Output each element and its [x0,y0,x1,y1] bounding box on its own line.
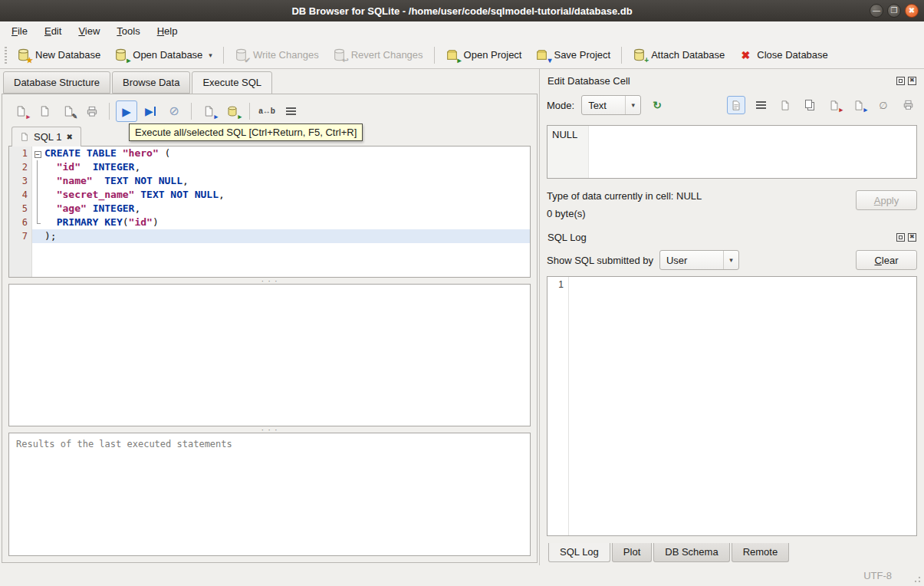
editor-line[interactable]: 4 "secret_name" TEXT NOT NULL, [9,188,530,202]
export-results-icon[interactable]: ▸ [198,100,219,122]
new-database-icon: ★ [17,48,31,62]
sql-log-header: SQL Log [547,232,917,243]
menu-file[interactable]: File [3,21,36,41]
clear-log-button[interactable]: Clear [856,250,917,270]
execute-all-icon[interactable]: ▶ [116,100,137,122]
close-database-button[interactable]: ✖ Close Database [732,44,835,66]
print-icon[interactable] [899,96,917,114]
import-icon[interactable]: ▸ [825,96,843,114]
sql-log-list[interactable]: 1 [547,276,917,536]
print-icon[interactable] [81,100,103,122]
toolbar-button-label: Save Project [554,49,610,61]
toolbar-button-label: Attach Database [651,49,725,61]
dock-tab-db-schema[interactable]: DB Schema [653,543,729,562]
editor-line[interactable]: 3 "name" TEXT NOT NULL, [9,174,530,188]
copy-icon[interactable] [801,96,819,114]
fold-guide [32,216,43,229]
cell-value: NULL [552,129,577,140]
maximize-icon[interactable]: ❐ [887,4,901,18]
splitter-handle[interactable] [8,426,531,433]
tab-label: Database Structure [14,77,100,88]
save-results-icon[interactable]: ▸ [222,100,243,122]
tab-database-structure[interactable]: Database Structure [3,71,110,94]
cell-info-row: Type of data currently in cell: NULL 0 b… [547,190,917,219]
new-database-button[interactable]: ★ New Database [10,44,107,66]
minimize-icon[interactable]: — [870,4,883,18]
editor-line[interactable]: 5 "age" INTEGER, [9,202,530,216]
revert-changes-button: ↩ Revert Changes [326,44,430,66]
toolbar-button-label: New Database [35,49,100,61]
code-text: "id" INTEGER, [43,160,530,174]
edit-cell-header: Edit Database Cell [547,75,917,87]
export-icon[interactable]: ▸ [850,96,868,114]
editor-line[interactable]: 1−CREATE TABLE "hero" ( [9,146,530,160]
toolbar-separator [434,47,435,64]
menu-help[interactable]: Help [149,21,186,41]
word-wrap-icon[interactable] [280,100,301,122]
stop-icon: ⊘ [163,100,185,122]
editor-empty-area[interactable] [9,243,530,277]
auto-switch-mode-icon[interactable]: ↻ [648,96,666,114]
toolbar-button-label: Close Database [757,49,828,61]
menu-view[interactable]: View [70,21,108,41]
execute-current-line-icon[interactable]: ▶ [140,100,161,122]
open-project-button[interactable]: ▸ Open Project [439,44,529,66]
menu-tools[interactable]: Tools [108,21,148,41]
menubar: File Edit View Tools Help [0,21,924,41]
chevron-down-icon: ▾ [625,96,640,114]
float-panel-icon[interactable] [896,77,905,85]
text-mode-icon[interactable] [727,96,745,114]
fold-guide [32,188,43,202]
save-project-button[interactable]: ▾ Save Project [528,44,617,66]
resize-grip[interactable] [913,575,921,583]
main-tabs: Database Structure Browse Data Execute S… [0,69,539,94]
close-panel-icon[interactable] [908,233,916,242]
code-text: PRIMARY KEY("id") [43,216,530,229]
open-in-external-icon[interactable] [776,96,794,114]
chevron-down-icon[interactable]: ▾ [209,51,212,59]
results-grid[interactable] [8,284,531,426]
mode-value: Text [588,100,620,111]
menu-edit[interactable]: Edit [36,21,70,41]
editor-line[interactable]: 7); [9,229,530,243]
app-window: DB Browser for SQLite - /home/user/code/… [0,0,924,586]
toolbar-handle[interactable] [5,47,7,64]
find-replace-icon[interactable]: a↔b [256,100,278,122]
editor-line[interactable]: 6 PRIMARY KEY("id") [9,216,530,229]
set-null-icon[interactable]: ∅ [874,96,893,114]
dock-tab-plot[interactable]: Plot [612,543,652,562]
apply-button-label: Apply [874,195,899,206]
open-database-button[interactable]: ▸ Open Database ▾ [107,44,219,66]
splitter-handle[interactable] [8,278,531,284]
clear-button-label: Clear [874,255,898,266]
dock-tab-remote[interactable]: Remote [732,543,790,562]
fold-marker-icon[interactable]: − [32,146,43,160]
word-wrap-icon[interactable] [751,96,770,114]
sql-tab-1[interactable]: SQL 1 ✖ [12,127,81,146]
line-number: 3 [9,174,32,188]
sql-editor[interactable]: 1−CREATE TABLE "hero" (2 "id" INTEGER,3 … [8,146,531,278]
mode-select[interactable]: Text ▾ [581,95,641,115]
save-sql-file-icon[interactable] [34,100,55,122]
dock-tab-sql-log[interactable]: SQL Log [548,543,610,562]
cell-editor[interactable]: NULL [547,125,917,179]
tooltip: Execute all/selected SQL [Ctrl+Return, F… [129,123,363,141]
close-icon[interactable]: ✖ [905,4,919,18]
code-text: "secret_name" TEXT NOT NULL, [43,188,530,202]
open-sql-file-icon[interactable]: ▸ [10,100,31,122]
titlebar[interactable]: DB Browser for SQLite - /home/user/code/… [0,0,924,21]
tab-execute-sql[interactable]: Execute SQL [192,71,272,94]
save-sql-file-as-icon[interactable]: ✎ [58,100,79,122]
fold-guide [32,174,43,188]
tab-browse-data[interactable]: Browse Data [112,71,190,94]
attach-database-button[interactable]: + Attach Database [626,44,732,66]
results-message[interactable]: Results of the last executed statements [8,433,531,556]
log-filter-select[interactable]: User ▾ [659,250,739,270]
float-panel-icon[interactable] [896,233,905,242]
code-text: ); [43,229,530,243]
close-panel-icon[interactable] [908,77,916,85]
right-dock: Edit Database Cell Mode: Text ▾ ↻ [539,69,924,565]
editor-line[interactable]: 2 "id" INTEGER, [9,160,530,174]
window-title: DB Browser for SQLite - /home/user/code/… [291,5,632,17]
close-tab-icon[interactable]: ✖ [66,133,72,141]
